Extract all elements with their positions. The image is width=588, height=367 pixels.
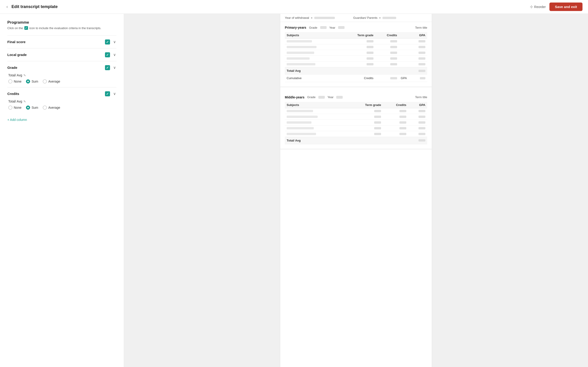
middle-year-label: Year	[328, 95, 334, 99]
tg-stub	[374, 121, 381, 124]
total-label-primary: Total/ Avg	[285, 67, 342, 75]
cr-stub	[390, 46, 397, 48]
back-button[interactable]: ‹	[6, 3, 9, 10]
col-term-grade-primary: Term grade	[342, 32, 375, 39]
primary-year-label: Year	[329, 26, 335, 29]
tg-stub	[367, 46, 373, 48]
middle-table: Subjects Term grade Credits GPA	[285, 102, 427, 144]
field-row-grade: Grade ∨ Total/ Avg ✎ None	[7, 61, 116, 87]
field-row-header: Local grade ∨	[7, 52, 116, 57]
reorder-label: Reorder	[534, 5, 546, 9]
subject-stub	[287, 121, 311, 124]
grade-sub-section: Total/ Avg ✎ None Sum Average	[7, 73, 116, 83]
cr-stub	[399, 133, 406, 135]
radio-credits-average[interactable]: Average	[43, 106, 60, 110]
reorder-icon: ⊹	[530, 5, 533, 9]
col-gpa-primary: GPA	[399, 32, 427, 39]
cr-stub	[390, 63, 397, 65]
checkbox-final-score[interactable]	[105, 40, 110, 44]
table-row	[285, 131, 427, 137]
tg-stub	[374, 133, 381, 135]
primary-term-title: Term title	[415, 26, 427, 29]
header-left: ‹ Edit transcript template	[6, 3, 58, 10]
tg-stub	[374, 110, 381, 112]
checkbox-grade[interactable]	[105, 65, 110, 70]
col-gpa-middle: GPA	[408, 102, 427, 108]
table-row	[285, 44, 427, 50]
primary-section-header: Primary-years Grade Year Term title	[285, 26, 427, 29]
radio-grade-none[interactable]: None	[8, 79, 21, 83]
field-label-grade: Grade	[7, 66, 17, 69]
section-title: Programme	[7, 20, 116, 25]
subject-stub	[287, 110, 313, 112]
col-subjects-middle: Subjects	[285, 102, 347, 108]
cumul-credits-stub	[390, 77, 397, 79]
gpa-stub	[418, 133, 425, 135]
subject-stub	[287, 116, 318, 118]
chevron-credits[interactable]: ∨	[113, 91, 116, 96]
cr-stub	[399, 110, 406, 112]
radio-grade-average[interactable]: Average	[43, 79, 60, 83]
gpa-stub	[418, 116, 425, 118]
year-withdrawal-field: Year of withdrawal	[285, 16, 335, 19]
preview-container: Year of withdrawal Guardian/ Parents Pri…	[280, 14, 432, 367]
field-controls-local-grade: ∨	[105, 52, 116, 57]
year-withdrawal-stub	[314, 17, 335, 19]
field-row-final-score: Final score ∨	[7, 35, 116, 48]
add-column-button[interactable]: + Add column	[7, 118, 27, 122]
total-stub-middle	[418, 139, 425, 142]
grade-radio-group: None Sum Average	[8, 79, 116, 83]
radio-circle-none-credits	[8, 106, 12, 110]
gpa-stub	[418, 127, 425, 129]
middle-term-title: Term title	[415, 95, 427, 99]
middle-years-section: Middle-years Grade Year Term title Subje…	[280, 92, 432, 149]
radio-grade-sum[interactable]: Sum	[26, 79, 38, 83]
middle-grade-label: Grade	[307, 95, 316, 99]
guardian-stub	[382, 17, 396, 19]
gpa-stub	[418, 57, 425, 60]
col-term-grade-middle: Term grade	[347, 102, 383, 108]
left-panel: Programme Click on the icon to include t…	[0, 14, 124, 367]
edit-icon-credits[interactable]: ✎	[23, 100, 26, 103]
tg-stub	[367, 57, 373, 60]
primary-year-stub	[338, 26, 345, 29]
table-row	[285, 108, 427, 114]
primary-years-section: Primary-years Grade Year Term title Subj…	[280, 22, 432, 87]
middle-grade-stub	[318, 96, 325, 99]
checkbox-credits[interactable]	[105, 91, 110, 96]
chevron-local-grade[interactable]: ∨	[113, 52, 116, 57]
radio-credits-sum[interactable]: Sum	[26, 106, 38, 110]
chevron-grade[interactable]: ∨	[113, 65, 116, 70]
save-exit-button[interactable]: Save and exit	[549, 2, 582, 11]
reorder-button[interactable]: ⊹ Reorder	[530, 5, 546, 9]
table-row	[285, 61, 427, 67]
total-stub	[418, 70, 425, 72]
table-row	[285, 119, 427, 125]
primary-table: Subjects Term grade Credits GPA	[285, 32, 427, 82]
field-label-final-score: Final score	[7, 40, 26, 44]
edit-icon-grade[interactable]: ✎	[23, 74, 26, 77]
preview-top-row: Year of withdrawal Guardian/ Parents	[280, 14, 432, 22]
primary-grade-stub	[320, 26, 327, 29]
guardian-label: Guardian/ Parents	[353, 16, 378, 19]
radio-credits-none[interactable]: None	[8, 106, 21, 110]
header-right: ⊹ Reorder Save and exit	[530, 2, 582, 11]
field-row-header: Final score ∨	[7, 39, 116, 44]
credits-sub-label: Total/ Avg ✎	[8, 100, 116, 103]
chevron-final-score[interactable]: ∨	[113, 39, 116, 44]
subject-stub	[287, 52, 314, 54]
gpa-stub	[418, 121, 425, 124]
gpa-stub	[418, 110, 425, 112]
cumul-gpa-stub	[420, 77, 425, 79]
total-label-middle: Total/ Avg	[285, 137, 347, 144]
table-row	[285, 125, 427, 131]
checkbox-local-grade[interactable]	[105, 52, 110, 57]
cr-stub	[399, 127, 406, 129]
inline-checkbox-icon	[24, 26, 28, 30]
cr-stub	[399, 121, 406, 124]
grade-sub-label: Total/ Avg ✎	[8, 73, 116, 77]
total-row-middle: Total/ Avg	[285, 137, 427, 144]
middle-year-stub	[336, 96, 343, 99]
dot-2	[379, 17, 380, 19]
section-description: Click on the icon to include the evaluat…	[7, 26, 116, 30]
